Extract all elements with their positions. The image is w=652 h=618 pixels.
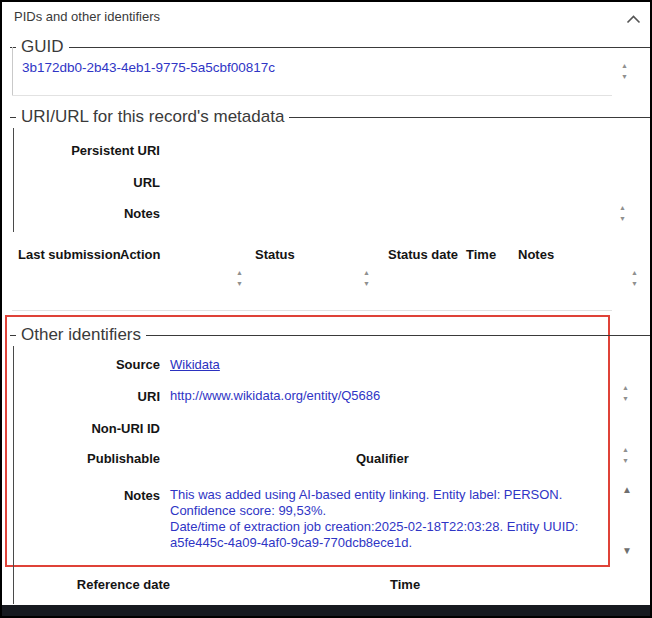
source-label: Source [10,357,160,372]
notes-field-scrollbar[interactable]: ▲ ▼ [619,204,626,222]
submission-notes-scrollbar[interactable]: ▲ ▼ [631,269,638,287]
col-notes: Notes [518,247,554,262]
notes-label: Notes [10,206,160,221]
section-divider [12,310,612,311]
bottom-bar [2,605,650,616]
reference-date-label: Reference date [10,577,170,592]
scroll-down-icon[interactable]: ▼ [621,73,628,80]
col-time: Time [466,247,496,262]
non-uri-id-label: Non-URI ID [10,421,160,436]
scroll-down-icon[interactable]: ▼ [622,395,629,402]
scroll-up-icon[interactable]: ▲ [622,446,629,453]
guid-field[interactable]: 3b172db0-2b43-4eb1-9775-5a5cbf00817c [22,60,275,75]
scroll-down-icon[interactable]: ▼ [619,215,626,222]
scroll-up-icon[interactable]: ▲ [631,269,638,276]
scroll-up-icon[interactable]: ▲ [619,204,626,211]
scroll-down-icon[interactable]: ▼ [631,280,638,287]
scroll-down-icon: ▼ [622,545,632,556]
oi-notes-scroll-up[interactable]: ▲ [622,485,632,495]
col-last-submission: Last submission [18,247,121,262]
guid-fieldset-border [10,47,650,48]
url-label: URL [10,175,160,190]
scroll-down-icon[interactable]: ▼ [236,280,243,287]
qualifier-field-scrollbar[interactable]: ▲ ▼ [622,446,629,464]
scroll-up-icon[interactable]: ▲ [363,269,370,276]
scroll-down-icon[interactable]: ▼ [622,457,629,464]
other-identifiers-legend: Other identifiers [16,325,146,345]
oi-notes-scroll-down[interactable]: ▼ [622,546,632,556]
chevron-up-icon [626,10,641,27]
persistent-uri-label: Persistent URI [10,143,160,158]
col-status: Status [255,247,295,262]
status-field-scrollbar[interactable]: ▲ ▼ [363,269,370,287]
scroll-up-icon[interactable]: ▲ [236,269,243,276]
oi-notes-label: Notes [10,488,160,503]
oi-notes-field[interactable]: This was added using AI-based entity lin… [170,487,615,551]
qualifier-label: Qualifier [356,451,409,466]
footer-time-label: Time [390,577,420,592]
guid-field-border-bottom [12,95,612,96]
panel-title: PIDs and other identifiers [14,9,160,24]
other-identifiers-field-border [13,346,14,604]
scroll-down-icon[interactable]: ▼ [363,280,370,287]
pids-panel: PIDs and other identifiers GUID 3b172db0… [0,0,652,618]
guid-legend: GUID [16,37,69,57]
publishable-label: Publishable [10,451,160,466]
source-value-link[interactable]: Wikidata [170,357,220,372]
uri-url-legend: URI/URL for this record's metadata [16,107,289,127]
uri-field[interactable]: http://www.wikidata.org/entity/Q5686 [170,388,380,403]
collapse-panel-button[interactable] [626,10,641,28]
guid-field-scrollbar[interactable]: ▲ ▼ [621,62,628,80]
uri-field-scrollbar[interactable]: ▲ ▼ [622,384,629,402]
uri-label: URI [10,389,160,404]
guid-field-border [12,47,13,95]
action-field-scrollbar[interactable]: ▲ ▼ [236,269,243,287]
col-action: Action [120,247,160,262]
col-status-date: Status date [388,247,458,262]
scroll-up-icon: ▲ [622,484,632,495]
scroll-up-icon[interactable]: ▲ [621,62,628,69]
scroll-up-icon[interactable]: ▲ [622,384,629,391]
